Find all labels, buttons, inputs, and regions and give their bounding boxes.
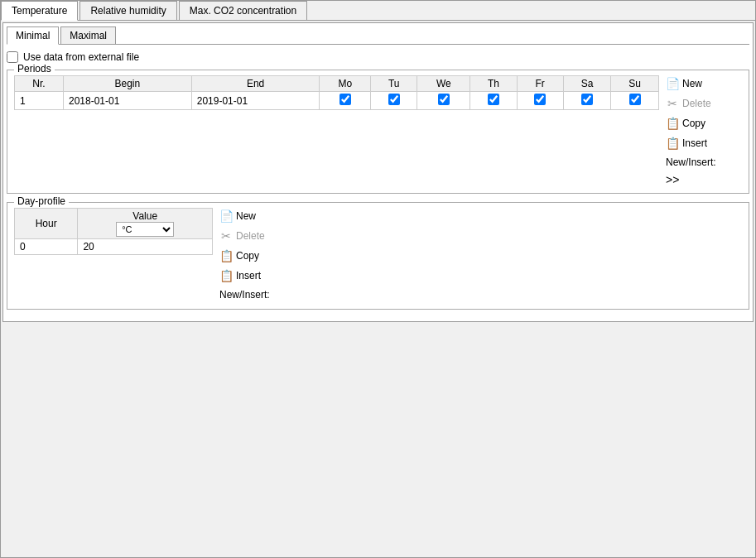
day-profile-outer: Hour Value °C °F K: [14, 208, 742, 302]
day-new-icon: 📄: [219, 209, 233, 223]
cell-tu[interactable]: [371, 92, 417, 110]
day-profile-group: Day-profile Hour Value °C: [7, 202, 749, 310]
sub-tab-minimal[interactable]: Minimal: [7, 26, 59, 45]
day-profile-legend: Day-profile: [14, 195, 69, 207]
sub-tab-bar: Minimal Maximal: [7, 26, 749, 45]
table-row[interactable]: 0 20: [15, 239, 213, 255]
cell-su[interactable]: [611, 92, 659, 110]
insert-icon: 📋: [666, 137, 679, 150]
tab-temperature[interactable]: Temperature: [1, 1, 78, 21]
periods-new-insert-label: New/Insert:: [666, 155, 716, 170]
periods-actions: 📄 New ✂ Delete 📋 Copy 📋 Insert: [659, 75, 742, 186]
cell-we[interactable]: [417, 92, 470, 110]
unit-select[interactable]: °C °F K: [116, 222, 174, 237]
day-new-insert-label: New/Insert:: [219, 287, 270, 302]
periods-new-button[interactable]: 📄 New: [666, 75, 702, 92]
day-insert-button[interactable]: 📋 Insert: [219, 267, 261, 284]
new-icon: 📄: [666, 77, 679, 90]
col-nr: Nr.: [15, 76, 64, 92]
top-tab-bar: Temperature Relative humidity Max. CO2 c…: [1, 1, 755, 21]
col-end: End: [191, 76, 320, 92]
cell-sa[interactable]: [563, 92, 611, 110]
cell-hour: 0: [15, 239, 78, 255]
col-sa: Sa: [563, 76, 611, 92]
day-insert-icon: 📋: [219, 269, 233, 282]
cell-fr[interactable]: [517, 92, 563, 110]
delete-icon: ✂: [666, 97, 679, 110]
sub-tab-maximal[interactable]: Maximal: [60, 26, 116, 44]
col-hour: Hour: [15, 209, 78, 239]
col-we: We: [417, 76, 470, 92]
day-profile-table-wrap: Hour Value °C °F K: [14, 208, 213, 302]
day-copy-button[interactable]: 📋 Copy: [219, 248, 259, 264]
col-fr: Fr: [517, 76, 563, 92]
periods-chevron[interactable]: >>: [666, 173, 679, 186]
col-tu: Tu: [371, 76, 417, 92]
value-header: Value °C °F K: [83, 210, 207, 237]
periods-outer: Nr. Begin End Mo Tu We Th Fr Sa Su: [14, 75, 742, 186]
periods-insert-button[interactable]: 📋 Insert: [666, 135, 707, 152]
col-value: Value °C °F K: [78, 209, 213, 239]
col-begin: Begin: [63, 76, 191, 92]
table-row[interactable]: 1 2018-01-01 2019-01-01: [15, 92, 659, 110]
periods-delete-button[interactable]: ✂ Delete: [666, 95, 711, 112]
day-delete-icon: ✂: [219, 229, 233, 243]
day-profile-header-row: Hour Value °C °F K: [15, 209, 213, 239]
day-new-button[interactable]: 📄 New: [219, 208, 256, 224]
periods-group: Periods Nr. Begin End Mo Tu We Th: [7, 70, 749, 194]
tab-relative-humidity[interactable]: Relative humidity: [79, 1, 176, 20]
periods-table-wrap: Nr. Begin End Mo Tu We Th Fr Sa Su: [14, 75, 659, 186]
external-file-row: Use data from external file: [7, 51, 749, 63]
cell-nr: 1: [15, 92, 64, 110]
periods-table: Nr. Begin End Mo Tu We Th Fr Sa Su: [14, 75, 659, 110]
col-mo: Mo: [320, 76, 371, 92]
day-profile-table: Hour Value °C °F K: [14, 208, 213, 255]
cell-begin: 2018-01-01: [63, 92, 191, 110]
main-window: Temperature Relative humidity Max. CO2 c…: [0, 0, 756, 558]
tab-max-co2[interactable]: Max. CO2 concentration: [179, 1, 307, 20]
periods-copy-button[interactable]: 📋 Copy: [666, 115, 705, 132]
cell-value: 20: [78, 239, 213, 255]
col-th: Th: [470, 76, 517, 92]
copy-icon: 📋: [666, 117, 679, 130]
use-external-file-label: Use data from external file: [23, 51, 139, 63]
col-su: Su: [611, 76, 659, 92]
content-area: Minimal Maximal Use data from external f…: [2, 22, 754, 322]
cell-th[interactable]: [470, 92, 517, 110]
day-delete-button[interactable]: ✂ Delete: [219, 228, 265, 244]
use-external-file-checkbox[interactable]: [7, 51, 18, 63]
day-copy-icon: 📋: [219, 249, 233, 262]
cell-end: 2019-01-01: [191, 92, 320, 110]
cell-mo[interactable]: [320, 92, 371, 110]
periods-legend: Periods: [14, 63, 55, 75]
day-profile-actions: 📄 New ✂ Delete 📋 Copy 📋 Insert: [213, 208, 296, 302]
periods-header-row: Nr. Begin End Mo Tu We Th Fr Sa Su: [15, 76, 659, 92]
